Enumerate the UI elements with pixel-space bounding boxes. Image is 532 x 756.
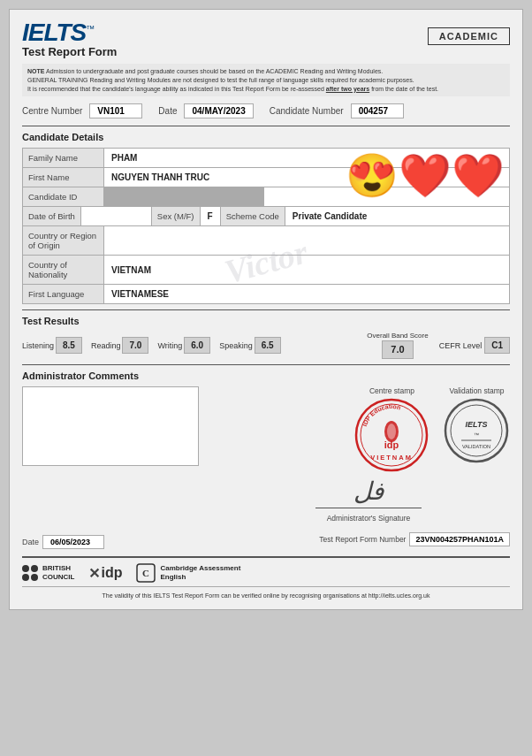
date-value: 04/MAY/2023 [184,103,253,118]
bc-dot-3 [22,574,29,581]
writing-score: 6.0 [184,337,210,354]
country-origin-value [104,226,509,255]
country-nationality-row: Country of Nationality VIETNAM [22,255,510,285]
document-title: Test Report Form [22,45,117,58]
candidate-details-title: Candidate Details [22,132,510,142]
signature-image: فل [353,477,384,508]
comments-row: Centre stamp IDP Education idp VIETNAM [22,386,510,473]
divider-2 [22,309,510,310]
cefr-score: C1 [484,337,510,354]
family-name-label: Family Name [23,149,104,167]
country-origin-label: Country or Region of Origin [23,226,104,255]
comments-date-value: 06/05/2023 [42,535,104,549]
note-emphasis: after two years [326,86,369,92]
note-text2: GENERAL TRAINING Reading and Writing Mod… [27,77,414,83]
cefr-label: CEFR Level [439,341,483,350]
validation-stamp-area: Validation stamp IELTS ™ VALIDATION [444,386,510,464]
family-name-value: PHAM [104,149,509,167]
admin-comment-box [22,386,199,466]
admin-signature-area: فل Administrator's Signature [315,477,422,524]
country-nationality-value: VIETNAM [104,256,509,284]
admin-comments-title: Administrator Comments [22,370,510,381]
note-label: NOTE [27,68,44,74]
family-name-row: Family Name PHAM [22,148,510,168]
cambridge-logo: C Cambridge Assessment English [136,563,240,583]
idp-x-icon: ✕ [88,565,100,582]
country-origin-row: Country or Region of Origin [22,225,510,256]
candidate-id-label: Candidate ID [23,187,104,206]
header: IELTS™ Test Report Form ACADEMIC [22,20,510,62]
reading-score: 7.0 [122,337,148,354]
overall-band: Overall Band Score 7.0 [367,332,428,359]
dob-label: Date of Birth [23,207,81,225]
ielts-stamp: IELTS ™ VALIDATION [444,398,510,464]
british-council-logo: BRITISH COUNCIL [22,564,74,583]
note-text4: from the date of the test. [371,86,438,92]
reading-result: Reading 7.0 [91,337,148,354]
centre-info-row: Centre Number VN101 Date 04/MAY/2023 Can… [22,103,510,118]
validation-stamp-label: Validation stamp [449,386,504,395]
speaking-label: Speaking [219,341,253,350]
admin-comments-section: Administrator Comments Centre stamp IDP … [22,370,510,549]
bc-dot-2 [31,565,38,572]
divider-3 [22,364,510,365]
listening-label: Listening [22,341,54,350]
centre-value: VN101 [89,103,142,118]
svg-point-4 [387,424,396,439]
centre-stamp-area: Centre stamp IDP Education idp VIETNAM [354,386,429,473]
cefr-result: CEFR Level C1 [439,337,510,354]
first-language-value: VIETNAMESE [104,285,509,303]
scheme-value: Private Candidate [285,207,509,225]
footer-logos: BRITISH COUNCIL ✕ idp C Cambridge Assess… [22,556,510,587]
comments-date-label: Date [22,538,39,546]
speaking-score: 6.5 [255,337,281,354]
report-form-label: Test Report Form Number [319,535,406,544]
writing-result: Writing 6.0 [157,337,210,354]
scheme-label: Scheme Code [221,207,285,225]
sex-value: F [201,207,221,225]
idp-text: idp [101,565,122,581]
note-text3: It is recommended that the candidate's l… [27,86,324,92]
country-nationality-label: Country of Nationality [23,256,104,284]
signature-date-row: فل Administrator's Signature [22,477,510,524]
reading-label: Reading [91,341,121,350]
ielts-document: Victor 😍❤️❤️ IELTS™ Test Report Form ACA… [9,9,523,610]
report-number-row: Test Report Form Number 23VN004257PHAN10… [319,532,510,546]
bc-dots-icon [22,565,38,581]
svg-text:C: C [142,568,149,578]
svg-text:VIETNAM: VIETNAM [370,454,413,462]
note-text1: Admission to undergraduate and post grad… [46,68,383,74]
candidate-id-value [104,187,263,206]
dob-sex-scheme-row: Date of Birth Sex (M/F) F Scheme Code Pr… [22,206,510,226]
footer-note: The validity of this IELTS Test Report F… [22,591,510,600]
cambridge-text: Cambridge Assessment English [160,564,240,583]
candidate-label: Candidate Number [270,106,344,116]
svg-text:idp: idp [384,439,399,450]
centre-label: Centre Number [22,106,82,116]
date-label: Date [158,106,177,116]
report-form-value: 23VN004257PHAN101A [409,532,510,546]
speaking-result: Speaking 6.5 [219,337,280,354]
first-name-value: NGUYEN THANH TRUC [104,168,509,187]
listening-score: 8.5 [56,337,82,354]
sex-label: Sex (M/F) [152,207,201,225]
first-language-label: First Language [23,285,104,303]
first-name-row: First Name NGUYEN THANH TRUC [22,167,510,187]
overall-score: 7.0 [382,340,413,359]
overall-label: Overall Band Score [367,332,428,340]
idp-logo: ✕ idp [88,565,122,582]
listening-result: Listening 8.5 [22,337,82,354]
test-results-title: Test Results [22,316,510,326]
ielts-logo: IELTS™ [22,20,117,45]
svg-point-7 [445,400,507,462]
first-language-row: First Language VIETNAMESE [22,284,510,304]
bc-dot-1 [22,565,29,572]
bc-dot-4 [31,574,38,581]
candidate-id-row: Candidate ID [22,187,510,207]
note-box: NOTE Admission to undergraduate and post… [22,64,510,96]
centre-stamp-label: Centre stamp [369,386,414,395]
dob-value [81,207,152,225]
writing-label: Writing [157,341,182,350]
date-report-row: Date 06/05/2023 Test Report Form Number … [22,530,510,549]
first-name-label: First Name [23,168,104,187]
